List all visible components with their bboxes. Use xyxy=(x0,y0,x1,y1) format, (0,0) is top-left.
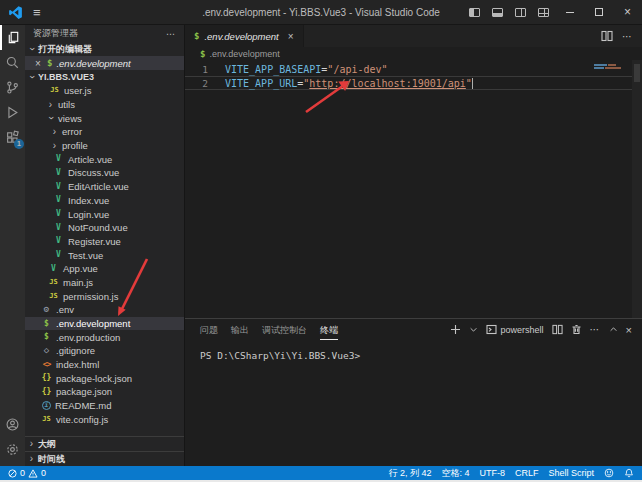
kill-terminal-trash-icon[interactable] xyxy=(571,324,582,335)
tree-item-.gitignore[interactable]: ◇.gitignore xyxy=(25,344,184,358)
source-control-icon[interactable] xyxy=(0,75,25,100)
tree-item-views[interactable]: ›views xyxy=(25,111,184,125)
editor-scrollbar[interactable] xyxy=(632,60,642,318)
open-editors-section[interactable]: › 打开的编辑器 xyxy=(25,42,184,56)
info-file-icon: i xyxy=(42,401,51,410)
settings-gear-icon[interactable] xyxy=(0,437,25,462)
open-editor-label: .env.development xyxy=(56,58,130,69)
run-debug-icon[interactable] xyxy=(0,100,25,125)
url-link[interactable]: http://localhost:19001/api xyxy=(309,78,466,89)
tree-item-package-lock.json[interactable]: {}package-lock.json xyxy=(25,371,184,385)
tree-item-permission.js[interactable]: JSpermission.js xyxy=(25,289,184,303)
code-line-1: 1 VITE_APP_BASEAPI="/api-dev" xyxy=(185,62,642,76)
toggle-sidebar-icon[interactable] xyxy=(469,8,480,17)
minimize-button[interactable] xyxy=(555,0,584,24)
sidebar-more-icon[interactable]: ⋯ xyxy=(166,29,176,39)
tree-item-profile[interactable]: ›profile xyxy=(25,139,184,153)
tree-item-.env[interactable]: ⚙.env xyxy=(25,303,184,317)
tree-item-Article.vue[interactable]: VArticle.vue xyxy=(25,152,184,166)
tab-env-development[interactable]: $ .env.development × xyxy=(185,25,304,47)
panel-tab-调试控制台[interactable]: 调试控制台 xyxy=(262,320,307,339)
breadcrumb[interactable]: $ .env.development xyxy=(185,47,642,60)
open-editor-item[interactable]: × $ .env.development xyxy=(25,56,184,70)
tree-item-.env.development[interactable]: $.env.development xyxy=(25,317,184,331)
maximize-panel-icon[interactable] xyxy=(609,325,618,334)
customize-layout-icon[interactable] xyxy=(538,8,549,17)
search-icon[interactable] xyxy=(0,50,25,75)
maximize-button[interactable] xyxy=(584,0,613,24)
tree-item-EditArticle.vue[interactable]: VEditArticle.vue xyxy=(25,180,184,194)
chevron-down-icon[interactable] xyxy=(469,325,478,334)
terminal-icon xyxy=(486,324,497,335)
problems-status[interactable]: 0 0 xyxy=(8,468,46,478)
tree-item-user.js[interactable]: JSuser.js xyxy=(25,84,184,98)
tree-item-label: README.md xyxy=(55,400,111,411)
split-editor-icon[interactable] xyxy=(601,30,613,42)
explorer-icon[interactable] xyxy=(0,25,25,50)
panel-tab-输出[interactable]: 输出 xyxy=(231,320,249,339)
chevron-right-icon: › xyxy=(51,141,58,151)
js-file-icon: JS xyxy=(48,279,59,286)
menu-icon[interactable]: ≡ xyxy=(33,6,41,19)
project-section[interactable]: › YI.BBS.VUE3 xyxy=(25,70,184,84)
tree-item-main.js[interactable]: JSmain.js xyxy=(25,276,184,290)
tree-item-utils[interactable]: ›utils xyxy=(25,98,184,112)
toggle-secondary-sidebar-icon[interactable] xyxy=(515,8,526,17)
code-editor[interactable]: 1 VITE_APP_BASEAPI="/api-dev" 2 VITE_APP… xyxy=(185,60,642,318)
extensions-icon[interactable]: 1 xyxy=(0,125,25,150)
dotenv-file-icon: $ xyxy=(194,31,199,41)
close-window-button[interactable]: × xyxy=(613,0,642,24)
vue-file-icon: V xyxy=(53,196,64,204)
eol-sequence[interactable]: CRLF xyxy=(515,468,539,478)
notifications-bell-icon[interactable] xyxy=(624,468,634,478)
cursor-position[interactable]: 行 2, 列 42 xyxy=(388,467,431,480)
shell-selector[interactable]: powershell xyxy=(486,324,544,335)
tree-item-.env.production[interactable]: $.env.production xyxy=(25,330,184,344)
tree-item-label: Test.vue xyxy=(68,250,103,261)
encoding[interactable]: UTF-8 xyxy=(479,468,505,478)
language-mode[interactable]: Shell Script xyxy=(548,468,594,478)
indentation[interactable]: 空格: 4 xyxy=(441,467,469,480)
tree-item-error[interactable]: ›error xyxy=(25,125,184,139)
chevron-right-icon: › xyxy=(47,100,54,110)
tree-item-label: views xyxy=(58,113,82,124)
project-name-label: YI.BBS.VUE3 xyxy=(38,72,94,82)
close-tab-icon[interactable]: × xyxy=(288,31,294,42)
js-file-icon: JS xyxy=(41,416,52,423)
json-file-icon: {} xyxy=(41,388,52,396)
tree-item-label: Login.vue xyxy=(68,209,109,220)
tree-item-README.md[interactable]: iREADME.md xyxy=(25,399,184,413)
timeline-section[interactable]: › 时间线 xyxy=(25,451,184,466)
tree-item-Discuss.vue[interactable]: VDiscuss.vue xyxy=(25,166,184,180)
editor-more-actions-icon[interactable]: ⋯ xyxy=(622,31,633,42)
terminal-prompt: PS D:\CSharp\Yi\Yi.BBS.Vue3> xyxy=(200,350,360,361)
tree-item-Index.vue[interactable]: VIndex.vue xyxy=(25,194,184,208)
minimap[interactable] xyxy=(594,64,628,70)
tree-item-index.html[interactable]: <>index.html xyxy=(25,358,184,372)
tree-item-Test.vue[interactable]: VTest.vue xyxy=(25,248,184,262)
panel-tab-问题[interactable]: 问题 xyxy=(200,320,218,339)
split-terminal-icon[interactable] xyxy=(552,324,563,335)
terminal-output[interactable]: PS D:\CSharp\Yi\Yi.BBS.Vue3> xyxy=(185,340,642,466)
tree-item-vite.config.js[interactable]: JSvite.config.js xyxy=(25,413,184,427)
tree-item-label: package.json xyxy=(56,386,112,397)
panel-more-actions-icon[interactable]: ⋯ xyxy=(590,324,601,335)
tree-item-App.vue[interactable]: VApp.vue xyxy=(25,262,184,276)
vue-file-icon: V xyxy=(53,237,64,245)
panel-tab-终端[interactable]: 终端 xyxy=(320,320,338,340)
tree-item-NotFound.vue[interactable]: VNotFound.vue xyxy=(25,221,184,235)
tree-item-Login.vue[interactable]: VLogin.vue xyxy=(25,207,184,221)
tree-item-package.json[interactable]: {}package.json xyxy=(25,385,184,399)
dotenv-file-icon: $ xyxy=(47,58,52,68)
toggle-panel-icon[interactable] xyxy=(492,8,503,17)
feedback-smiley-icon[interactable] xyxy=(604,468,614,478)
new-terminal-icon[interactable] xyxy=(450,324,461,335)
vscode-logo-icon xyxy=(8,5,23,20)
account-icon[interactable] xyxy=(0,412,25,437)
outline-section[interactable]: › 大纲 xyxy=(25,436,184,451)
close-icon[interactable]: × xyxy=(35,58,43,69)
tree-item-Register.vue[interactable]: VRegister.vue xyxy=(25,235,184,249)
close-panel-icon[interactable]: × xyxy=(626,324,632,336)
json-file-icon: {} xyxy=(41,374,52,382)
shell-label: powershell xyxy=(501,325,544,335)
